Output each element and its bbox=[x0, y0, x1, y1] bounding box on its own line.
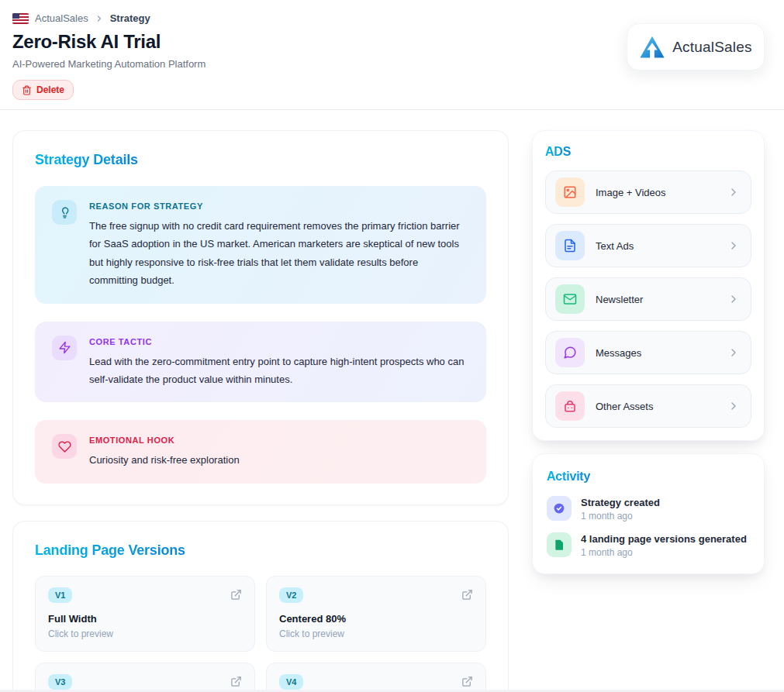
ads-list: Image + Videos Text Ads Newsletter bbox=[545, 170, 751, 428]
activity-time: 1 month ago bbox=[581, 547, 747, 558]
activity-item-versions-generated: 4 landing page versions generated 1 mont… bbox=[547, 532, 750, 558]
version-grid: V1 Full Width Click to preview V2 Center… bbox=[35, 576, 486, 692]
landing-versions-title: Landing Page Versions bbox=[35, 542, 185, 559]
section-text: The free signup with no credit card requ… bbox=[89, 217, 469, 290]
strategy-section-hook: EMOTIONAL HOOK Curiosity and risk-free e… bbox=[35, 420, 486, 483]
version-card-v4[interactable]: V4 Fixed Left 50% Click to preview bbox=[266, 663, 486, 692]
header-divider bbox=[0, 109, 784, 110]
version-badge: V1 bbox=[48, 587, 72, 603]
brand-logo-card: ActualSales bbox=[627, 23, 765, 71]
page-header: ActualSales Strategy Zero-Risk AI Trial … bbox=[12, 12, 205, 100]
us-flag-icon bbox=[12, 13, 29, 24]
activity-card: Activity Strategy created 1 month ago 4 … bbox=[532, 453, 765, 574]
breadcrumb-app[interactable]: ActualSales bbox=[35, 12, 88, 24]
chevron-right-icon bbox=[727, 346, 740, 359]
activity-list: Strategy created 1 month ago 4 landing p… bbox=[547, 496, 750, 558]
ads-item-label: Newsletter bbox=[596, 294, 717, 305]
ads-title: ADS bbox=[545, 145, 571, 159]
delete-button-label: Delete bbox=[36, 84, 64, 95]
logo-wordmark: ActualSales bbox=[672, 39, 752, 56]
section-label: EMOTIONAL HOOK bbox=[89, 436, 240, 445]
page-title: Zero-Risk AI Trial bbox=[12, 31, 205, 53]
ads-item-label: Text Ads bbox=[596, 240, 717, 252]
ads-card: ADS Image + Videos Text Ads bbox=[532, 130, 765, 441]
ads-item-label: Messages bbox=[596, 347, 717, 359]
external-link-icon[interactable] bbox=[461, 589, 473, 601]
strategy-details-card: Strategy Details REASON FOR STRATEGY The… bbox=[12, 130, 509, 505]
chevron-right-icon bbox=[727, 293, 740, 305]
activity-item-strategy-created: Strategy created 1 month ago bbox=[547, 496, 750, 522]
version-card-v1[interactable]: V1 Full Width Click to preview bbox=[35, 576, 255, 652]
version-card-v3[interactable]: V3 Fixed Right 50% Click to preview bbox=[35, 663, 255, 692]
lightbulb-icon bbox=[52, 200, 77, 225]
version-name: Full Width bbox=[48, 613, 242, 625]
breadcrumb: ActualSales Strategy bbox=[12, 12, 205, 24]
version-badge: V2 bbox=[279, 587, 303, 603]
version-name: Centered 80% bbox=[279, 613, 473, 625]
external-link-icon[interactable] bbox=[461, 676, 473, 687]
section-text: Curiosity and risk-free exploration bbox=[89, 451, 240, 469]
page-subtitle: AI-Powered Marketing Automation Platform bbox=[12, 58, 205, 70]
strategy-section-tactic: CORE TACTIC Lead with the zero-commitmen… bbox=[35, 322, 486, 403]
version-hint: Click to preview bbox=[279, 628, 473, 639]
chevron-right-icon bbox=[727, 400, 740, 412]
activity-title: Activity bbox=[547, 470, 590, 484]
delete-button[interactable]: Delete bbox=[12, 80, 74, 100]
file-text-icon bbox=[555, 231, 585, 260]
bag-icon bbox=[555, 391, 585, 421]
image-icon bbox=[555, 177, 585, 207]
activity-text: 4 landing page versions generated bbox=[581, 533, 747, 545]
actualsales-logo-icon bbox=[639, 36, 665, 59]
ads-item-label: Other Assets bbox=[596, 401, 717, 412]
section-label: CORE TACTIC bbox=[89, 337, 469, 346]
landing-versions-card: Landing Page Versions V1 Full Width Clic… bbox=[12, 521, 509, 692]
activity-time: 1 month ago bbox=[581, 511, 660, 522]
chevron-right-icon bbox=[727, 186, 740, 198]
ads-item-other-assets[interactable]: Other Assets bbox=[545, 384, 751, 428]
section-label: REASON FOR STRATEGY bbox=[89, 201, 469, 211]
strategy-section-reason: REASON FOR STRATEGY The free signup with… bbox=[35, 186, 486, 304]
ads-item-messages[interactable]: Messages bbox=[545, 331, 751, 374]
heart-icon bbox=[52, 434, 77, 459]
chevron-right-icon bbox=[95, 14, 104, 23]
file-solid-icon bbox=[547, 532, 572, 557]
chevron-right-icon bbox=[727, 239, 740, 252]
version-badge: V4 bbox=[279, 674, 303, 690]
breadcrumb-page: Strategy bbox=[110, 12, 150, 24]
ads-item-text-ads[interactable]: Text Ads bbox=[545, 224, 751, 267]
version-hint: Click to preview bbox=[48, 628, 242, 639]
activity-text: Strategy created bbox=[581, 497, 660, 508]
external-link-icon[interactable] bbox=[230, 676, 242, 687]
ads-item-image-videos[interactable]: Image + Videos bbox=[545, 170, 751, 214]
external-link-icon[interactable] bbox=[230, 589, 242, 601]
ads-item-label: Image + Videos bbox=[596, 187, 717, 198]
section-text: Lead with the zero-commitment entry poin… bbox=[89, 353, 469, 389]
trash-icon bbox=[22, 85, 32, 95]
badge-check-icon bbox=[547, 496, 572, 521]
bolt-icon bbox=[52, 336, 77, 360]
version-card-v2[interactable]: V2 Centered 80% Click to preview bbox=[266, 576, 486, 652]
chat-bubble-icon bbox=[555, 338, 585, 367]
ads-item-newsletter[interactable]: Newsletter bbox=[545, 277, 751, 321]
mail-icon bbox=[555, 284, 585, 314]
version-badge: V3 bbox=[48, 674, 72, 690]
strategy-details-title: Strategy Details bbox=[35, 152, 138, 168]
